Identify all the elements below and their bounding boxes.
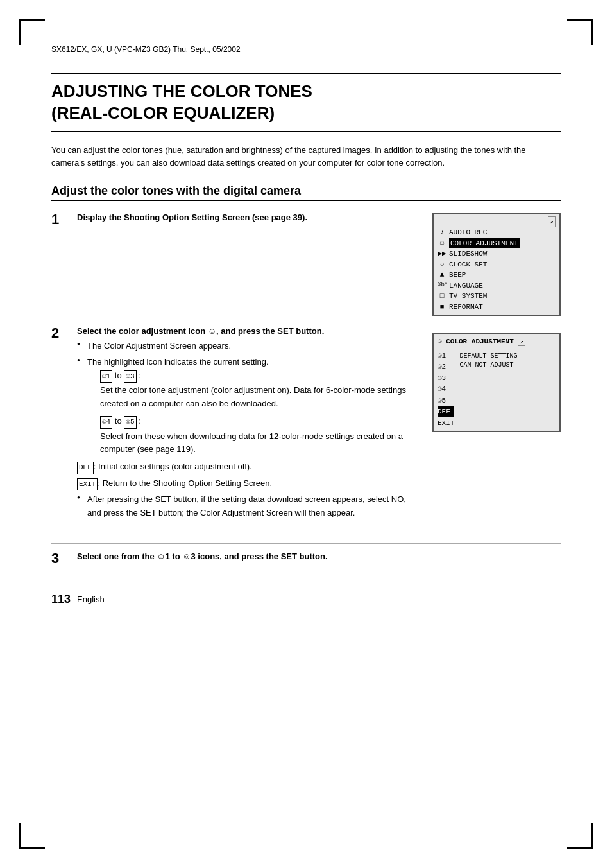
lcd-screen-2: ☺ COLOR ADJUSTMENT ↗ ☺1 ☺2 ☺3	[432, 333, 561, 432]
step2: 2 Select the color adjustment icon ☺, an…	[51, 326, 420, 523]
section-heading: Adjust the color tones with the digital …	[51, 184, 561, 201]
lcd1-beep-icon: ▲	[438, 270, 446, 281]
def-icon: DEF	[77, 462, 94, 474]
lcd2-divider	[438, 349, 556, 349]
intro-paragraph: You can adjust the color tones (hue, sat…	[51, 144, 561, 171]
lcd1-row-color: ☺ COLOR ADJUSTMENT	[438, 238, 556, 249]
lcd2-item-exit: EXIT	[438, 418, 454, 429]
lcd1-row-lang: %b° LANGUAGE	[438, 281, 556, 291]
step1-header: Display the Shooting Option Setting Scre…	[77, 213, 420, 222]
lcd-screen-1: ↗ ♪ AUDIO REC ☺ COLOR ADJUSTMENT ▶▶ SLID…	[432, 213, 561, 316]
title-line1: ADJUSTING THE COLOR TONES	[51, 82, 312, 101]
step2-range2-text: Select from these when downloading data …	[100, 430, 420, 457]
exit-text: Return to the Shooting Option Setting Sc…	[103, 478, 273, 488]
step3-divider	[51, 543, 561, 544]
lcd1-row-slide: ▶▶ SLIDESHOW	[438, 248, 556, 259]
step1-number: 1	[51, 211, 77, 228]
step2-lcd: ☺ COLOR ADJUSTMENT ↗ ☺1 ☺2 ☺3	[432, 326, 561, 533]
step2-bullet3-list: After pressing the SET button, if the se…	[77, 493, 420, 520]
lcd2-right-text: DEFAULT SETTING CAN NOT ADJUST	[459, 351, 517, 429]
step2-range1-icon: ☺1	[100, 370, 112, 383]
title-line2: (REAL-COLOR EQUALIZER)	[51, 103, 275, 123]
lcd1-color-label: COLOR ADJUSTMENT	[449, 238, 520, 249]
lcd1-lang-icon: %b°	[438, 281, 446, 290]
step1-row: 1 Display the Shooting Option Setting Sc…	[51, 213, 561, 316]
page-content: SX612/EX, GX, U (VPC-MZ3 GB2) Thu. Sept.…	[0, 0, 612, 868]
step2-range1-icon-end: ☺3	[124, 370, 136, 383]
step2-range1-text: Set the color tone adjustment (color adj…	[100, 384, 420, 411]
step2-bullet1: The Color Adjustment Screen appears.	[77, 340, 420, 353]
step1: 1 Display the Shooting Option Setting Sc…	[51, 213, 420, 228]
step2-bullet3: After pressing the SET button, if the se…	[77, 493, 420, 520]
lcd2-item-3: ☺3	[438, 373, 454, 384]
step2-range2-icon-end: ☺5	[124, 416, 136, 429]
step2-bullet2: The highlighted icon indicates the curre…	[77, 356, 420, 456]
exit-line: EXIT: Return to the Shooting Option Sett…	[77, 477, 420, 491]
page-number: 113	[51, 593, 71, 606]
lcd1-spacer	[438, 216, 442, 227]
lcd1-tv-label: TV SYSTEM	[449, 291, 487, 302]
lcd2-item-2: ☺2	[438, 361, 454, 372]
step1-left: 1 Display the Shooting Option Setting Sc…	[51, 213, 420, 316]
page-title: ADJUSTING THE COLOR TONES (REAL-COLOR EQ…	[51, 73, 561, 132]
step2-header: Select the color adjustment icon ☺, and …	[77, 326, 420, 336]
step3: 3 Select one from the ☺1 to ☺3 icons, an…	[51, 551, 561, 567]
lcd1-audio-label: AUDIO REC	[449, 227, 487, 238]
lcd1-row-reform: ■ REFORMAT	[438, 302, 556, 313]
lcd2-item-4: ☺4	[438, 384, 454, 395]
lcd2-def-label: DEF	[438, 406, 450, 417]
lcd1-row-clock: ○ CLOCK SET	[438, 259, 556, 270]
lcd1-clock-label: CLOCK SET	[449, 259, 487, 270]
lcd1-reform-icon: ■	[438, 302, 446, 313]
lcd1-topbar: ↗	[438, 216, 556, 227]
step2-left: 2 Select the color adjustment icon ☺, an…	[51, 326, 420, 533]
lcd1-row-beep: ▲ BEEP	[438, 270, 556, 281]
page-language: English	[77, 595, 105, 604]
lcd2-title: ☺ COLOR ADJUSTMENT	[438, 338, 514, 345]
lcd1-clock-icon: ○	[438, 259, 446, 270]
lcd2-right-line2: CAN NOT ADJUST	[459, 361, 517, 370]
exit-icon: EXIT	[77, 478, 98, 491]
page-footer: 113 English	[51, 593, 561, 606]
lcd1-row-tv: □ TV SYSTEM	[438, 291, 556, 302]
lcd2-item-1: ☺1	[438, 351, 454, 361]
lcd2-grid: ☺1 ☺2 ☺3 ☺4 ☺5	[438, 351, 556, 429]
step2-content: Select the color adjustment icon ☺, and …	[77, 326, 420, 523]
step2-row: 2 Select the color adjustment icon ☺, an…	[51, 326, 561, 533]
lcd1-reform-label: REFORMAT	[449, 302, 483, 313]
doc-info: SX612/EX, GX, U (VPC-MZ3 GB2) Thu. Sept.…	[51, 45, 561, 54]
def-text: Initial color settings (color adjustment…	[98, 462, 252, 471]
lcd1-tv-icon: □	[438, 291, 446, 302]
lcd1-beep-label: BEEP	[449, 270, 466, 281]
step3-header: Select one from the ☺1 to ☺3 icons, and …	[77, 551, 561, 561]
lcd2-corner: ↗	[518, 338, 525, 346]
step2-sub-range2: ☺4 to ☺5 : Select from these when downlo…	[100, 415, 420, 456]
lcd1-slide-label: SLIDESHOW	[449, 248, 487, 259]
lcd1-lang-label: LANGUAGE	[449, 281, 483, 291]
lcd1-row-audio: ♪ AUDIO REC	[438, 227, 556, 238]
lcd2-items: ☺1 ☺2 ☺3 ☺4 ☺5	[438, 351, 454, 429]
step2-range2-icon: ☺4	[100, 416, 112, 429]
lcd1-audio-icon: ♪	[438, 227, 446, 238]
lcd2-item-5: ☺5	[438, 395, 454, 406]
step2-sub-range1: ☺1 to ☺3 : Set the color tone adjustment…	[100, 369, 420, 411]
step1-lcd: ↗ ♪ AUDIO REC ☺ COLOR ADJUSTMENT ▶▶ SLID…	[432, 213, 561, 316]
lcd2-right-line1: DEFAULT SETTING	[459, 352, 517, 361]
step3-content: Select one from the ☺1 to ☺3 icons, and …	[77, 551, 561, 565]
lcd2-topbar: ☺ COLOR ADJUSTMENT ↗	[438, 336, 556, 347]
step3-number: 3	[51, 550, 77, 567]
def-line: DEF: Initial color settings (color adjus…	[77, 460, 420, 474]
lcd1-corner: ↗	[548, 216, 556, 227]
step2-number: 2	[51, 325, 77, 342]
lcd1-color-icon: ☺	[438, 238, 446, 249]
step1-content: Display the Shooting Option Setting Scre…	[77, 213, 420, 226]
lcd1-slide-icon: ▶▶	[438, 248, 446, 259]
lcd2-item-def: DEF	[438, 406, 454, 417]
step2-bullets: The Color Adjustment Screen appears. The…	[77, 340, 420, 456]
